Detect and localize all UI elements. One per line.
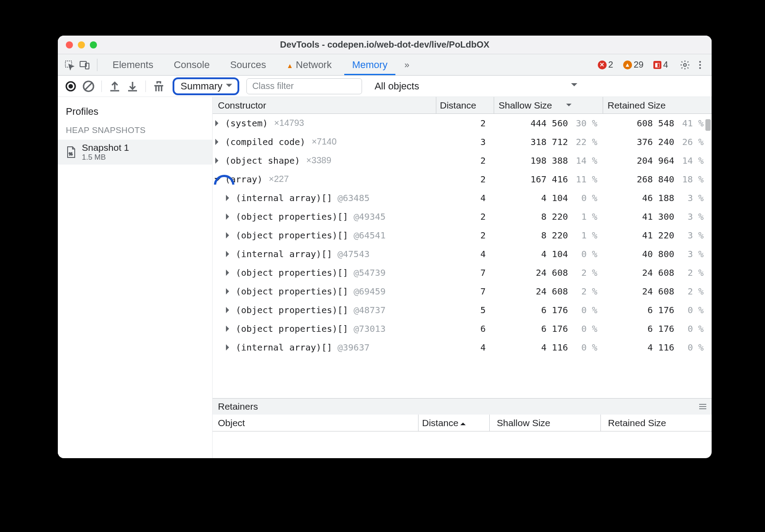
tab-sources[interactable]: Sources <box>222 55 274 75</box>
row-shallow: 4 1160 % <box>494 342 603 353</box>
class-filter-input[interactable] <box>246 78 362 94</box>
clear-icon[interactable] <box>82 80 95 93</box>
collect-garbage-icon[interactable] <box>152 80 165 93</box>
zoom-icon[interactable] <box>90 41 97 48</box>
row-retained: 608 54841 % <box>603 118 712 129</box>
col-shallow-size[interactable]: Shallow Size <box>494 97 603 113</box>
record-icon[interactable] <box>64 80 77 93</box>
table-row[interactable]: (object properties)[]@7301366 1760 %6 17… <box>213 319 712 338</box>
row-shallow: 8 2201 % <box>494 230 603 241</box>
close-icon[interactable] <box>66 41 73 48</box>
tab-elements[interactable]: Elements <box>105 55 161 75</box>
col-constructor[interactable]: Constructor <box>213 100 436 111</box>
row-retained: 24 6082 % <box>603 267 712 278</box>
table-row[interactable]: (internal array)[]@3963744 1160 %4 1160 … <box>213 338 712 357</box>
col-distance[interactable]: Distance <box>436 97 494 113</box>
table-row[interactable]: (object properties)[]@6454128 2201 %41 2… <box>213 226 712 245</box>
row-distance: 6 <box>436 323 494 334</box>
row-object-id: @64541 <box>354 230 386 241</box>
gear-icon[interactable] <box>680 60 690 70</box>
expand-icon[interactable] <box>226 250 234 258</box>
row-label: (internal array)[] <box>236 193 332 203</box>
table-row[interactable]: (internal array)[]@6348544 1040 %46 1883… <box>213 189 712 207</box>
window-title: DevTools - codepen.io/web-dot-dev/live/P… <box>58 40 712 50</box>
row-object-id: @63485 <box>338 193 370 203</box>
row-object-id: @39637 <box>338 342 370 353</box>
expand-icon[interactable] <box>226 194 234 202</box>
scrollbar[interactable] <box>705 119 711 310</box>
kebab-menu-icon[interactable] <box>695 60 705 70</box>
expand-icon[interactable] <box>226 269 234 277</box>
svg-point-3 <box>684 64 686 66</box>
object-scope-dropdown[interactable]: All objects <box>374 81 435 92</box>
devtools-window: DevTools - codepen.io/web-dot-dev/live/P… <box>58 36 712 458</box>
row-label: (compiled code) <box>225 137 306 147</box>
download-icon[interactable] <box>126 80 139 93</box>
row-object-id: @69459 <box>354 286 386 297</box>
table-row[interactable]: (system)×147932444 56030 %608 54841 % <box>213 114 712 133</box>
file-icon: % <box>66 146 76 158</box>
inspect-icon[interactable] <box>64 60 75 70</box>
upload-icon[interactable] <box>108 80 121 93</box>
devtools-tabs: Elements Console Sources Network Memory … <box>58 54 712 76</box>
row-retained: 41 3003 % <box>603 211 712 222</box>
col-object[interactable]: Object <box>213 418 418 428</box>
snapshot-name: Snapshot 1 <box>82 142 129 153</box>
table-row[interactable]: (internal array)[]@4754344 1040 %40 8003… <box>213 245 712 263</box>
view-mode-dropdown[interactable]: Summary <box>173 77 239 95</box>
row-label: (object properties)[] <box>236 230 348 241</box>
row-label: (object properties)[] <box>236 286 348 297</box>
expand-icon[interactable] <box>226 306 234 314</box>
expand-icon[interactable] <box>215 119 223 127</box>
titlebar: DevTools - codepen.io/web-dot-dev/live/P… <box>58 36 712 54</box>
row-shallow: 167 41611 % <box>494 174 603 185</box>
table-row[interactable]: (array)×2272167 41611 %268 84018 % <box>213 170 712 189</box>
row-object-id: @47543 <box>338 249 370 259</box>
row-distance: 7 <box>436 267 494 278</box>
minimize-icon[interactable] <box>78 41 85 48</box>
snapshot-item[interactable]: % Snapshot 1 1.5 MB <box>58 140 212 165</box>
tab-console[interactable]: Console <box>166 55 218 75</box>
expand-icon[interactable] <box>226 287 234 295</box>
more-tabs-icon[interactable]: » <box>400 57 414 73</box>
table-row[interactable]: (object properties)[]@69459724 6082 %24 … <box>213 282 712 301</box>
row-distance: 2 <box>436 230 494 241</box>
sidebar-category: HEAP SNAPSHOTS <box>58 125 212 140</box>
col-retained-size[interactable]: Retained Size <box>603 97 712 113</box>
tab-memory[interactable]: Memory <box>344 55 395 75</box>
table-row[interactable]: (compiled code)×71403318 71222 %376 2402… <box>213 133 712 151</box>
retainers-empty <box>213 431 712 458</box>
row-shallow: 24 6082 % <box>494 286 603 297</box>
warning-count[interactable]: ▲29 <box>623 60 644 70</box>
row-object-id: @48737 <box>354 305 386 315</box>
expand-icon[interactable] <box>226 325 234 333</box>
svg-point-4 <box>699 61 701 63</box>
table-row[interactable]: (object shape)×33892198 38814 %204 96414… <box>213 151 712 170</box>
retainers-title: Retainers <box>218 401 258 412</box>
row-retained: 6 1760 % <box>603 323 712 334</box>
row-retained: 268 84018 % <box>603 174 712 185</box>
table-row[interactable]: (object properties)[]@54739724 6082 %24 … <box>213 263 712 282</box>
collapse-icon[interactable] <box>215 175 223 183</box>
row-label: (internal array)[] <box>236 249 332 259</box>
expand-icon[interactable] <box>226 343 234 351</box>
device-toggle-icon[interactable] <box>79 60 90 70</box>
expand-icon[interactable] <box>226 231 234 239</box>
row-label: (array) <box>225 174 262 185</box>
svg-point-8 <box>68 84 73 89</box>
table-row[interactable]: (object properties)[]@4873756 1760 %6 17… <box>213 301 712 319</box>
col-r-retained[interactable]: Retained Size <box>600 415 712 431</box>
row-distance: 5 <box>436 305 494 315</box>
tab-network[interactable]: Network <box>278 55 340 75</box>
issue-count[interactable]: ◧4 <box>653 60 668 70</box>
expand-icon[interactable] <box>215 157 223 165</box>
error-count[interactable]: ✕2 <box>598 60 613 70</box>
menu-icon[interactable] <box>699 404 706 409</box>
expand-icon[interactable] <box>226 213 234 221</box>
table-row[interactable]: (object properties)[]@4934528 2201 %41 3… <box>213 207 712 226</box>
row-shallow: 24 6082 % <box>494 267 603 278</box>
row-distance: 2 <box>436 174 494 185</box>
expand-icon[interactable] <box>215 138 223 146</box>
col-r-distance[interactable]: Distance <box>418 415 489 431</box>
col-r-shallow[interactable]: Shallow Size <box>489 415 600 431</box>
